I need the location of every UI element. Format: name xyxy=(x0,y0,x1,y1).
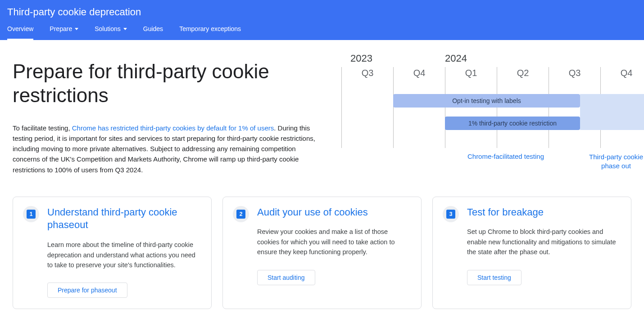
timeline-footer-labels: Chrome-facilitated testing Third-party c… xyxy=(341,153,644,170)
quarter-col: Q2 xyxy=(497,67,549,148)
quarter-col: Q3 xyxy=(341,67,393,148)
card-text: Learn more about the timeline of third-p… xyxy=(47,240,201,270)
prepare-for-phaseout-button[interactable]: Prepare for phaseout xyxy=(47,283,127,298)
chevron-down-icon xyxy=(75,28,78,30)
card-title[interactable]: Understand third-party cookie phaseout xyxy=(47,206,201,232)
nav-tabs: Overview Prepare Solutions Guides Tempor… xyxy=(7,22,637,40)
hero-text: Prepare for third-party cookie restricti… xyxy=(13,51,323,175)
step-badge: 1 xyxy=(23,206,39,222)
main-content: Prepare for third-party cookie restricti… xyxy=(0,40,644,323)
bar-opt-in-testing: Opt-in testing with labels xyxy=(393,94,580,108)
card-text: Review your cookies and make a list of t… xyxy=(257,227,411,257)
card-body: Audit your use of cookies Review your co… xyxy=(257,206,411,298)
card-body: Understand third-party cookie phaseout L… xyxy=(47,206,201,298)
nav-guides[interactable]: Guides xyxy=(143,25,163,40)
page-title: Prepare for third-party cookie restricti… xyxy=(13,60,323,108)
card-test-breakage: 3 Test for breakage Set up Chrome to blo… xyxy=(432,197,631,310)
timeline-years: 2023 2024 xyxy=(341,53,644,64)
nav-label: Overview xyxy=(7,25,33,32)
timeline-chart: 2023 2024 Q3 Q4 Q1 Q2 Q3 Q4 Opt-in testi… xyxy=(341,51,644,170)
quarter-col: Q1 xyxy=(445,67,497,148)
step-number-icon: 2 xyxy=(236,210,245,219)
nav-prepare[interactable]: Prepare xyxy=(50,25,78,40)
quarter-label: Q4 xyxy=(601,68,644,78)
step-number-icon: 1 xyxy=(27,210,36,219)
bar-phaseout-block xyxy=(580,94,644,130)
start-testing-button[interactable]: Start testing xyxy=(467,270,522,285)
quarter-label: Q3 xyxy=(549,68,600,78)
start-auditing-button[interactable]: Start auditing xyxy=(257,270,315,285)
step-number-icon: 3 xyxy=(446,210,455,219)
lead-link[interactable]: Chrome has restricted third-party cookie… xyxy=(72,124,274,132)
lead-paragraph: To facilitate testing, Chrome has restri… xyxy=(13,123,323,175)
nav-overview[interactable]: Overview xyxy=(7,25,33,40)
bar-one-percent-restriction: 1% third-party cookie restriction xyxy=(445,117,580,130)
year-2024: 2024 xyxy=(445,53,467,64)
card-title[interactable]: Audit your use of cookies xyxy=(257,206,411,219)
quarter-label: Q2 xyxy=(497,68,549,78)
card-title[interactable]: Test for breakage xyxy=(467,206,621,219)
quarter-col: Q4 xyxy=(393,67,445,148)
hero-section: Prepare for third-party cookie restricti… xyxy=(13,51,631,175)
nav-label: Guides xyxy=(143,25,163,32)
nav-label: Temporary exceptions xyxy=(179,25,241,32)
year-2023: 2023 xyxy=(341,53,445,64)
nav-temporary-exceptions[interactable]: Temporary exceptions xyxy=(179,25,241,40)
label-chrome-testing: Chrome-facilitated testing xyxy=(341,153,580,170)
quarter-label: Q4 xyxy=(394,68,445,78)
quarter-label: Q1 xyxy=(445,68,497,78)
lead-before: To facilitate testing, xyxy=(13,124,72,132)
card-understand-phaseout: 1 Understand third-party cookie phaseout… xyxy=(13,197,212,310)
site-title[interactable]: Third-party cookie deprecation xyxy=(7,6,637,22)
card-body: Test for breakage Set up Chrome to block… xyxy=(467,206,621,298)
nav-solutions[interactable]: Solutions xyxy=(95,25,127,40)
quarter-label: Q3 xyxy=(342,68,393,78)
timeline-quarters: Q3 Q4 Q1 Q2 Q3 Q4 Opt-in testing with la… xyxy=(341,67,644,148)
label-phaseout: Third-party cookie phase out xyxy=(580,153,644,170)
step-badge: 2 xyxy=(233,206,249,222)
cards-row: 1 Understand third-party cookie phaseout… xyxy=(13,197,631,310)
step-badge: 3 xyxy=(443,206,459,222)
chevron-down-icon xyxy=(123,28,127,30)
card-text: Set up Chrome to block third-party cooki… xyxy=(467,227,621,257)
nav-label: Prepare xyxy=(50,25,72,32)
card-audit-cookies: 2 Audit your use of cookies Review your … xyxy=(222,197,422,310)
header-bar: Third-party cookie deprecation Overview … xyxy=(0,0,644,40)
nav-label: Solutions xyxy=(95,25,121,32)
